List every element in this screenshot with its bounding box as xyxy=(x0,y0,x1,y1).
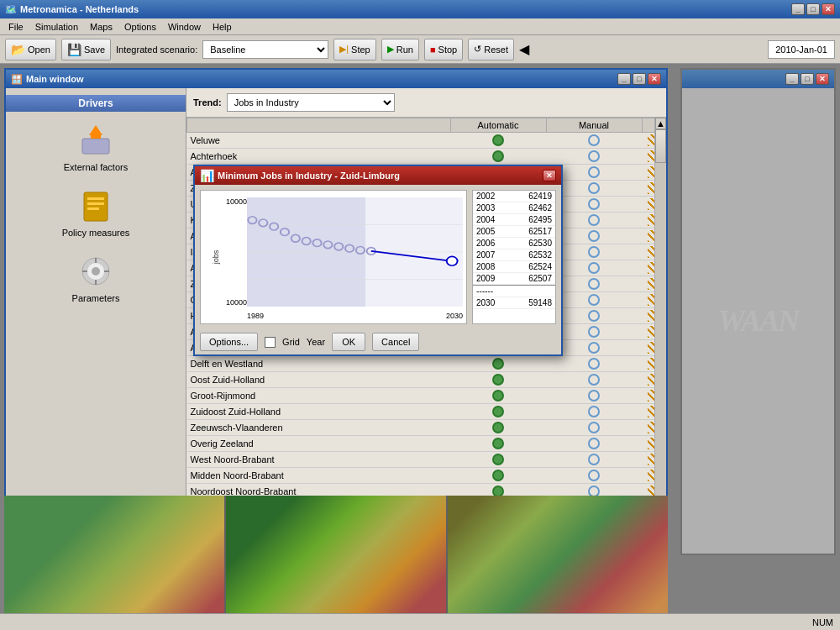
auto-radio-filled xyxy=(492,150,504,162)
options-button[interactable]: Options... xyxy=(200,333,258,351)
auto-cell[interactable] xyxy=(450,452,546,468)
menu-maps[interactable]: Maps xyxy=(85,21,118,33)
menu-window[interactable]: Window xyxy=(163,21,206,33)
region-name-cell: Achterhoek xyxy=(187,149,451,165)
svg-marker-1 xyxy=(89,125,102,135)
stop-button[interactable]: ■ Stop xyxy=(424,39,463,60)
auto-cell[interactable] xyxy=(450,404,546,420)
grid-checkbox[interactable] xyxy=(265,337,276,348)
manual-radio-empty xyxy=(588,246,600,258)
manual-radio-empty xyxy=(588,134,600,146)
right-panel-minimize[interactable]: _ xyxy=(785,73,799,85)
manual-cell[interactable] xyxy=(546,149,642,165)
table-row[interactable]: Delft en Westland xyxy=(187,356,666,372)
auto-cell[interactable] xyxy=(450,149,546,165)
scroll-up-button[interactable]: ▲ xyxy=(655,118,666,129)
run-icon: ▶ xyxy=(387,44,394,55)
cancel-button[interactable]: Cancel xyxy=(372,333,419,351)
date-value: 2010-Jan-01 xyxy=(775,45,827,55)
svg-rect-0 xyxy=(82,139,109,154)
open-label: Open xyxy=(28,45,50,55)
list-item: 200262419 xyxy=(473,191,555,202)
nav-left-icon[interactable]: ◀ xyxy=(519,41,529,57)
table-row[interactable]: Zeeuwsch-Vlaanderen xyxy=(187,420,666,436)
sidebar-item-parameters[interactable]: Parameters xyxy=(72,251,120,303)
trend-select[interactable]: Jobs in Industry xyxy=(227,93,395,112)
stop-label: Stop xyxy=(438,45,458,55)
auto-cell[interactable] xyxy=(450,436,546,452)
menu-help[interactable]: Help xyxy=(207,21,237,33)
sidebar-item-policy-measures[interactable]: Policy measures xyxy=(62,186,130,238)
main-window-controls: _ □ ✕ xyxy=(617,73,661,85)
manual-cell[interactable] xyxy=(546,452,642,468)
data-list-area[interactable]: 2002624192003624622004624952005625172006… xyxy=(472,190,556,324)
svg-point-9 xyxy=(92,267,100,276)
manual-cell[interactable] xyxy=(546,356,642,372)
main-window-minimize[interactable]: _ xyxy=(617,73,631,85)
right-panel-maximize[interactable]: □ xyxy=(801,73,814,85)
table-row[interactable]: Midden Noord-Brabant xyxy=(187,468,666,484)
auto-cell[interactable] xyxy=(450,356,546,372)
menu-simulation[interactable]: Simulation xyxy=(30,21,83,33)
auto-radio-filled xyxy=(492,374,504,386)
auto-cell[interactable] xyxy=(450,133,546,149)
open-button[interactable]: 📂 Open xyxy=(5,39,56,60)
manual-cell[interactable] xyxy=(546,468,642,484)
manual-cell[interactable] xyxy=(546,420,642,436)
manual-cell[interactable] xyxy=(546,133,642,149)
trend-header: Trend: Jobs in Industry xyxy=(186,88,666,118)
table-row[interactable]: Overig Zeeland xyxy=(187,436,666,452)
auto-cell[interactable] xyxy=(450,388,546,404)
close-button[interactable]: ✕ xyxy=(822,3,835,15)
manual-cell[interactable] xyxy=(546,372,642,388)
region-name-cell: Zuidoost Zuid-Holland xyxy=(187,404,451,420)
main-window-title-bar: 🪟 Main window _ □ ✕ xyxy=(6,70,666,88)
list-item: 200862524 xyxy=(473,261,555,273)
table-scrollbar[interactable]: ▲ ▼ xyxy=(654,118,666,553)
svg-point-22 xyxy=(302,238,311,245)
svg-rect-2 xyxy=(91,135,101,139)
auto-cell[interactable] xyxy=(450,468,546,484)
table-row[interactable]: Achterhoek xyxy=(187,149,666,165)
run-button[interactable]: ▶ Run xyxy=(381,39,419,60)
auto-cell[interactable] xyxy=(450,372,546,388)
main-window-close[interactable]: ✕ xyxy=(648,73,661,85)
list-item: 200662530 xyxy=(473,238,555,249)
manual-cell[interactable] xyxy=(546,436,642,452)
reset-button[interactable]: ↺ Reset xyxy=(468,39,514,60)
maximize-button[interactable]: □ xyxy=(806,3,820,15)
manual-radio-empty xyxy=(588,262,600,274)
manual-cell[interactable] xyxy=(546,388,642,404)
list-forecast: 203059148 xyxy=(473,297,555,309)
svg-rect-6 xyxy=(87,207,99,210)
scenario-select[interactable]: Baseline xyxy=(202,40,328,59)
manual-radio-empty xyxy=(588,470,600,481)
ok-button[interactable]: OK xyxy=(332,333,365,351)
step-button[interactable]: ▶| Step xyxy=(333,39,376,60)
menu-options[interactable]: Options xyxy=(119,21,161,33)
main-window-title-left: 🪟 Main window xyxy=(11,74,83,85)
manual-radio-empty xyxy=(588,390,600,402)
table-row[interactable]: Veluwe xyxy=(187,133,666,149)
table-row[interactable]: Zuidoost Zuid-Holland xyxy=(187,404,666,420)
table-row[interactable]: Groot-Rijnmond xyxy=(187,388,666,404)
auto-radio-filled xyxy=(492,454,504,465)
table-row[interactable]: West Noord-Brabant xyxy=(187,452,666,468)
main-window-maximize[interactable]: □ xyxy=(633,73,646,85)
minimize-button[interactable]: _ xyxy=(791,3,805,15)
table-row[interactable]: Oost Zuid-Holland xyxy=(187,372,666,388)
open-icon: 📂 xyxy=(11,43,25,56)
menu-file[interactable]: File xyxy=(3,21,29,33)
dialog-close-button[interactable]: ✕ xyxy=(543,170,556,181)
right-panel-close[interactable]: ✕ xyxy=(816,73,829,85)
auto-radio-filled xyxy=(492,390,504,402)
scroll-thumb[interactable] xyxy=(655,129,666,163)
grid-label: Grid xyxy=(282,337,300,347)
save-button[interactable]: 💾 Save xyxy=(61,39,111,60)
svg-rect-13 xyxy=(104,270,109,272)
toolbar: 📂 Open 💾 Save Integrated scenario: Basel… xyxy=(0,35,840,64)
title-bar-controls: _ □ ✕ xyxy=(791,3,835,15)
manual-cell[interactable] xyxy=(546,404,642,420)
auto-cell[interactable] xyxy=(450,420,546,436)
sidebar-item-external-factors[interactable]: External factors xyxy=(64,120,128,172)
